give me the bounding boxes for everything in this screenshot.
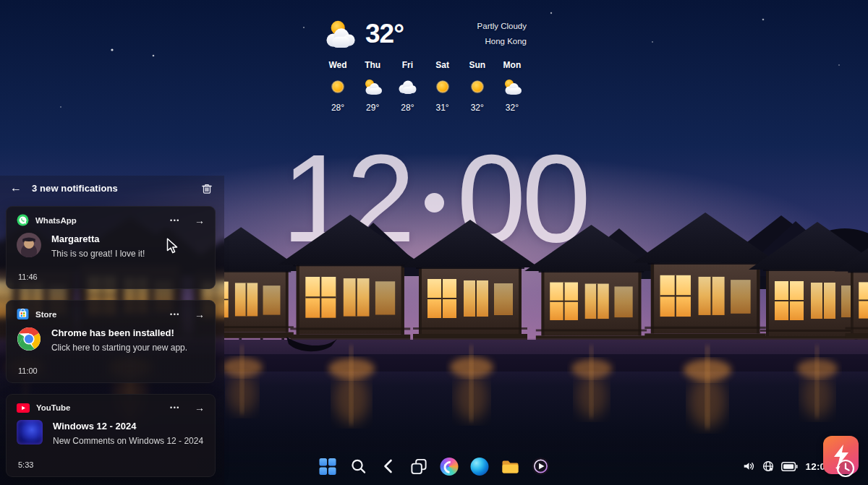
app-name: WhatsApp — [35, 216, 77, 225]
weather-condition: Partly Cloudy — [477, 19, 527, 34]
notification-card-youtube[interactable]: YouTube ••• → Windows 12 - 2024 New Comm… — [6, 394, 216, 477]
partly-cloudy-icon — [362, 78, 383, 95]
clear-all-button[interactable] — [201, 182, 213, 194]
more-options-icon[interactable]: ••• — [170, 217, 180, 224]
clock-minutes: 00 — [457, 136, 587, 260]
battery-icon[interactable] — [781, 461, 798, 472]
chevron-left-icon — [380, 458, 396, 475]
notification-title: Margaretta — [51, 233, 145, 244]
microsoft-store-icon — [17, 308, 29, 320]
notification-message: This is so great! I love it! — [51, 249, 145, 259]
more-options-icon[interactable]: ••• — [170, 404, 180, 411]
chrome-icon — [17, 327, 41, 351]
back-button[interactable] — [378, 456, 399, 477]
clock-history-icon[interactable] — [833, 456, 856, 479]
video-thumbnail — [17, 420, 43, 445]
current-temperature: 32° — [365, 19, 404, 49]
notification-header: ← 3 new notifications — [0, 176, 224, 200]
open-arrow-icon[interactable]: → — [195, 215, 205, 226]
search-button[interactable] — [348, 456, 369, 477]
folder-icon — [501, 458, 519, 475]
trash-icon — [201, 182, 213, 194]
media-player-button[interactable] — [530, 456, 551, 477]
task-view-button[interactable] — [409, 456, 430, 477]
weather-forecast-row: Wed 28° Thu 29° Fri 28° — [323, 60, 527, 113]
notification-title: Windows 12 - 2024 — [53, 421, 203, 432]
windows-logo-icon — [319, 458, 337, 476]
notification-title: Chrome has been installed! — [51, 327, 187, 338]
avatar — [17, 233, 41, 257]
more-options-icon[interactable]: ••• — [170, 311, 180, 318]
clock-separator-dot — [425, 193, 444, 213]
notification-count-title: 3 new notifications — [32, 183, 118, 194]
file-explorer-button[interactable] — [500, 456, 521, 477]
notification-time: 5:33 — [7, 460, 215, 476]
forecast-col-fri: Fri 28° — [393, 60, 422, 113]
partly-cloudy-icon — [502, 78, 522, 95]
forecast-col-mon: Mon 32° — [498, 60, 527, 113]
weather-location: Hong Kong — [477, 34, 527, 49]
notification-card-store[interactable]: Store ••• → Chrome has been instal — [6, 300, 216, 383]
desktop-lock-screen: 12 00 — [0, 0, 868, 485]
edge-icon — [471, 458, 489, 476]
search-icon — [349, 458, 367, 475]
notification-time: 11:46 — [7, 272, 215, 288]
sun-icon — [328, 77, 347, 96]
copilot-button[interactable] — [439, 456, 460, 477]
forecast-col-wed: Wed 28° — [323, 60, 352, 113]
notification-time: 11:00 — [7, 366, 215, 382]
back-arrow-icon[interactable]: ← — [10, 181, 22, 194]
start-button[interactable] — [318, 456, 339, 477]
cloud-icon — [397, 79, 417, 95]
notification-panel: ← 3 new notifications Wha — [0, 176, 224, 485]
volume-icon[interactable] — [743, 460, 755, 472]
media-player-icon — [531, 457, 550, 476]
clock-hours: 12 — [281, 136, 411, 260]
system-tray: 12:00 — [743, 447, 831, 485]
partly-cloudy-icon — [323, 19, 359, 49]
weather-widget[interactable]: 32° Partly Cloudy Hong Kong Wed 28° Thu … — [323, 19, 527, 113]
sun-icon — [433, 77, 452, 96]
open-arrow-icon[interactable]: → — [195, 402, 205, 413]
sun-icon — [468, 77, 487, 96]
notification-message: Click here to starting your new app. — [51, 343, 187, 353]
youtube-icon — [17, 403, 30, 413]
network-globe-icon[interactable] — [762, 460, 774, 472]
app-name: Store — [35, 310, 56, 319]
whatsapp-icon — [17, 214, 29, 226]
forecast-col-sat: Sat 31° — [428, 60, 457, 113]
copilot-icon — [441, 458, 459, 476]
task-view-icon — [410, 458, 428, 476]
open-arrow-icon[interactable]: → — [195, 309, 205, 320]
edge-button[interactable] — [469, 456, 490, 477]
forecast-col-sun: Sun 32° — [463, 60, 492, 113]
notification-card-whatsapp[interactable]: WhatsApp ••• → Margaretta This is so — [6, 206, 216, 289]
forecast-col-thu: Thu 29° — [358, 60, 387, 113]
notification-message: New Comments on Windows 12 - 2024 — [53, 436, 203, 446]
app-name: YouTube — [36, 403, 70, 412]
